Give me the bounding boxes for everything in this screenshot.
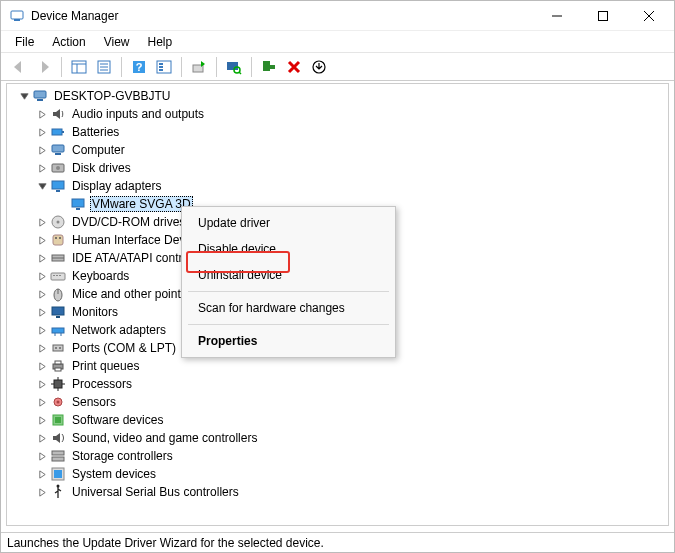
- minimize-button[interactable]: [534, 1, 580, 31]
- menu-action[interactable]: Action: [44, 33, 93, 51]
- tree-category[interactable]: Software devices: [35, 411, 668, 429]
- expand-twisty-icon[interactable]: [35, 287, 49, 301]
- app-icon: [9, 8, 25, 24]
- ctx-update-driver[interactable]: Update driver: [184, 210, 393, 236]
- collapse-twisty-icon[interactable]: [17, 89, 31, 103]
- menu-help[interactable]: Help: [140, 33, 181, 51]
- tree-category-label: Software devices: [70, 413, 165, 427]
- tree-category[interactable]: Sound, video and game controllers: [35, 429, 668, 447]
- tree-category[interactable]: Sensors: [35, 393, 668, 411]
- menubar: File Action View Help: [1, 31, 674, 53]
- software-icon: [50, 412, 66, 428]
- expand-twisty-icon[interactable]: [35, 359, 49, 373]
- tree-root[interactable]: DESKTOP-GVBBJTU: [17, 87, 668, 105]
- tree-category[interactable]: Processors: [35, 375, 668, 393]
- svg-rect-34: [56, 190, 60, 192]
- window-controls: [534, 1, 672, 31]
- menu-view[interactable]: View: [96, 33, 138, 51]
- printer-icon: [50, 358, 66, 374]
- tree-category-label: Display adapters: [70, 179, 163, 193]
- tree-device-label: VMware SVGA 3D: [90, 196, 193, 212]
- system-icon: [50, 466, 66, 482]
- svg-point-67: [57, 401, 60, 404]
- tree-category-label: Network adapters: [70, 323, 168, 337]
- tree-category-label: DVD/CD-ROM drives: [70, 215, 187, 229]
- battery-icon: [50, 124, 66, 140]
- expand-twisty-icon[interactable]: [35, 323, 49, 337]
- toolbar-separator: [251, 57, 252, 77]
- expand-twisty-icon[interactable]: [35, 269, 49, 283]
- forward-button[interactable]: [32, 56, 56, 78]
- tree-category[interactable]: Print queues: [35, 357, 668, 375]
- expand-twisty-icon[interactable]: [35, 413, 49, 427]
- ctx-scan-hardware[interactable]: Scan for hardware changes: [184, 295, 393, 321]
- update-driver-button[interactable]: [187, 56, 211, 78]
- expand-twisty-icon[interactable]: [35, 431, 49, 445]
- svg-point-57: [59, 347, 61, 349]
- tree-category[interactable]: System devices: [35, 465, 668, 483]
- keyboard-icon: [50, 268, 66, 284]
- svg-rect-59: [55, 361, 61, 364]
- expand-twisty-icon[interactable]: [35, 215, 49, 229]
- tree-category[interactable]: Display adapters: [35, 177, 668, 195]
- svg-point-40: [55, 237, 57, 239]
- expand-twisty-icon[interactable]: [35, 395, 49, 409]
- expand-twisty-icon[interactable]: [35, 125, 49, 139]
- expand-twisty-icon[interactable]: [35, 449, 49, 463]
- tree-category[interactable]: Universal Serial Bus controllers: [35, 483, 668, 501]
- help-toolbar-button[interactable]: ?: [127, 56, 151, 78]
- svg-rect-52: [52, 328, 64, 333]
- cpu-icon: [50, 376, 66, 392]
- expand-twisty-icon[interactable]: [35, 485, 49, 499]
- properties-toolbar-button[interactable]: [92, 56, 116, 78]
- enable-device-button[interactable]: [257, 56, 281, 78]
- toolbar-separator: [181, 57, 182, 77]
- tree-category[interactable]: Audio inputs and outputs: [35, 105, 668, 123]
- uninstall-device-button[interactable]: [307, 56, 331, 78]
- expand-twisty-icon[interactable]: [35, 341, 49, 355]
- tree-category[interactable]: Computer: [35, 141, 668, 159]
- tree-category[interactable]: Storage controllers: [35, 447, 668, 465]
- close-button[interactable]: [626, 1, 672, 31]
- ctx-properties[interactable]: Properties: [184, 328, 393, 354]
- menu-file[interactable]: File: [7, 33, 42, 51]
- expand-twisty-icon[interactable]: [35, 107, 49, 121]
- svg-rect-29: [52, 145, 64, 152]
- svg-rect-36: [76, 208, 80, 210]
- disk-icon: [50, 160, 66, 176]
- collapse-twisty-icon[interactable]: [35, 179, 49, 193]
- expand-twisty-icon[interactable]: [35, 467, 49, 481]
- expand-twisty-icon[interactable]: [35, 305, 49, 319]
- disable-device-button[interactable]: [282, 56, 306, 78]
- svg-point-32: [56, 166, 60, 170]
- svg-point-56: [55, 347, 57, 349]
- svg-rect-18: [159, 69, 163, 71]
- scan-hardware-button[interactable]: [222, 56, 246, 78]
- svg-rect-46: [56, 275, 58, 276]
- mouse-icon: [50, 286, 66, 302]
- tree-category-label: Storage controllers: [70, 449, 175, 463]
- show-hide-console-button[interactable]: [67, 56, 91, 78]
- back-button[interactable]: [7, 56, 31, 78]
- svg-rect-26: [37, 99, 43, 101]
- tree-root-label: DESKTOP-GVBBJTU: [52, 89, 172, 103]
- ctx-disable-device[interactable]: Disable device: [184, 236, 393, 262]
- list-view-button[interactable]: [152, 56, 176, 78]
- tree-category-label: Sensors: [70, 395, 118, 409]
- toolbar-separator: [61, 57, 62, 77]
- tree-category[interactable]: Batteries: [35, 123, 668, 141]
- expand-twisty-icon[interactable]: [35, 377, 49, 391]
- expand-twisty-icon[interactable]: [35, 143, 49, 157]
- svg-point-41: [59, 237, 61, 239]
- status-text: Launches the Update Driver Wizard for th…: [7, 536, 324, 550]
- expand-twisty-icon[interactable]: [35, 251, 49, 265]
- svg-text:?: ?: [136, 61, 143, 73]
- svg-rect-70: [52, 451, 64, 455]
- expand-twisty-icon[interactable]: [35, 233, 49, 247]
- expand-twisty-icon[interactable]: [35, 161, 49, 175]
- sound-icon: [50, 430, 66, 446]
- svg-point-38: [57, 221, 60, 224]
- maximize-button[interactable]: [580, 1, 626, 31]
- tree-category[interactable]: Disk drives: [35, 159, 668, 177]
- ctx-uninstall-device[interactable]: Uninstall device: [184, 262, 393, 288]
